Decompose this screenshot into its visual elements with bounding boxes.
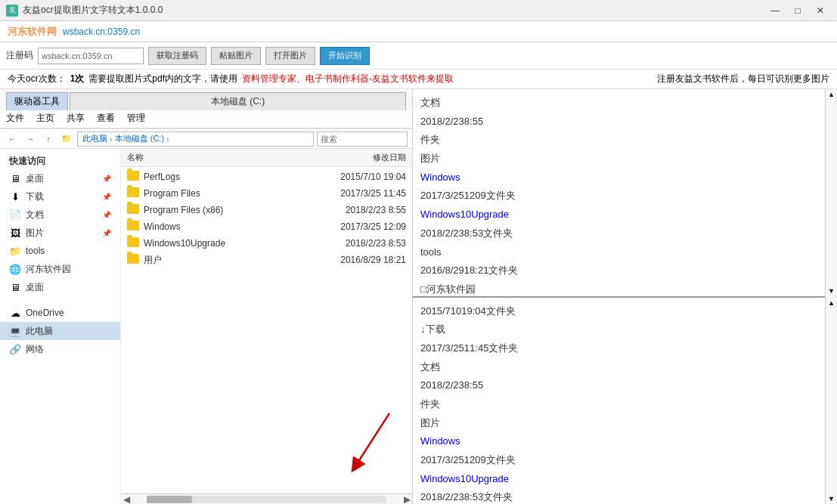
nav-back-button[interactable]: ← xyxy=(5,131,20,147)
get-regcode-button[interactable]: 获取注册码 xyxy=(148,47,206,65)
sidebar-item-tools[interactable]: 📁 tools xyxy=(0,242,120,260)
file-date: 2018/2/23 8:53 xyxy=(308,238,406,249)
toolbar: 注册码 获取注册码 粘贴图片 打开图片 开始识别 xyxy=(0,42,837,70)
scrollbar-track[interactable] xyxy=(147,496,386,503)
ocr-line: 2015/71019:04文件夹 xyxy=(420,302,822,321)
sidebar-label-tools: tools xyxy=(26,246,45,256)
ocr-count: 1次 xyxy=(70,73,85,85)
info-link[interactable]: 资料管理专家、电子书制作利器-友益文书软件来提取 xyxy=(242,73,454,85)
window-controls[interactable]: — □ ✕ xyxy=(764,3,831,18)
ad-bar: 河东软件网 wsback.cn:0359.cn xyxy=(0,21,837,42)
bottom-scrollbar[interactable]: ◀ ▶ xyxy=(121,493,412,504)
nav-forward-button[interactable]: → xyxy=(23,131,38,147)
sidebar-label-desktop1: 桌面 xyxy=(26,172,44,185)
ribbon: 驱动器工具 本地磁盘 (C:) 文件 主页 共享 查看 管理 xyxy=(0,89,412,129)
table-row[interactable]: Windows10Upgrade 2018/2/23 8:53 xyxy=(121,235,412,252)
file-date: 2017/3/25 12:09 xyxy=(308,221,406,232)
ribbon-tab-share[interactable]: 共享 xyxy=(60,110,91,128)
file-name: 用户 xyxy=(144,254,308,267)
ribbon-tab-file[interactable]: 文件 xyxy=(0,110,30,128)
paste-img-button[interactable]: 粘贴图片 xyxy=(211,47,261,65)
file-list: PerfLogs 2015/7/10 19:04 Program Files 2… xyxy=(121,167,412,493)
start-ocr-button[interactable]: 开始识别 xyxy=(320,47,370,65)
file-name: Program Files (x86) xyxy=(144,205,308,215)
scroll-right-button[interactable]: ▶ xyxy=(401,494,412,505)
ribbon-tab-manage[interactable]: 管理 xyxy=(121,110,151,128)
nav-folder-icon: 📁 xyxy=(59,131,74,147)
file-date: 2016/8/29 18:21 xyxy=(308,255,406,265)
sidebar-label-desktop2: 桌面 xyxy=(26,281,44,294)
file-header-date[interactable]: 修改日期 xyxy=(308,152,406,163)
path-drive[interactable]: 本地磁盘 (C:) xyxy=(115,133,164,144)
network-icon: 🔗 xyxy=(9,343,21,355)
titlebar: 友 友益ocr提取图片文字转文本1.0.0.0 — □ ✕ xyxy=(0,0,837,21)
ribbon-special-tab[interactable]: 驱动器工具 xyxy=(6,92,68,110)
table-row[interactable]: PerfLogs 2015/7/10 19:04 xyxy=(121,169,412,185)
ribbon-path-title: 本地磁盘 (C:) xyxy=(70,92,406,110)
ad-logo: 河东软件网 xyxy=(8,25,57,39)
nav-up-button[interactable]: ↑ xyxy=(41,131,56,147)
file-name: PerfLogs xyxy=(144,172,308,182)
sidebar-item-network[interactable]: 🔗 网络 xyxy=(0,340,120,358)
pin-icon-docs: 📌 xyxy=(102,211,111,219)
close-button[interactable]: ✕ xyxy=(810,3,831,18)
tools-icon: 📁 xyxy=(9,245,21,257)
file-date: 2017/3/25 11:45 xyxy=(308,188,406,199)
file-name: Program Files xyxy=(144,188,308,199)
info-right: 注册友益文书软件后，每日可识别更多图片 xyxy=(657,73,829,85)
scrollbar-thumb[interactable] xyxy=(147,496,192,503)
minimize-button[interactable]: — xyxy=(764,3,786,18)
ocr-line: 2018/2/238:55 xyxy=(420,113,822,131)
ocr-scroll-up-bottom[interactable]: ▲ xyxy=(826,298,838,308)
ocr-scroll-down-top[interactable]: ▼ xyxy=(826,286,838,296)
sidebar-item-docs[interactable]: 📄 文档 📌 xyxy=(0,206,120,224)
sidebar-item-download[interactable]: ⬇ 下载 📌 xyxy=(0,187,120,206)
path-thispc[interactable]: 此电脑 xyxy=(82,133,107,144)
open-img-button[interactable]: 打开图片 xyxy=(265,47,315,65)
sidebar-item-hedong[interactable]: 🌐 河东软件园 xyxy=(0,260,120,278)
ocr-line: 文档 xyxy=(420,358,822,377)
ad-site: wsback.cn:0359.cn xyxy=(63,26,140,37)
sidebar-item-onedrive[interactable]: ☁ OneDrive xyxy=(0,304,120,322)
sidebar-label-pictures: 图片 xyxy=(26,227,44,240)
file-name: Windows xyxy=(144,221,308,232)
folder-icon xyxy=(127,237,141,249)
sidebar-item-desktop1[interactable]: 🖥 桌面 📌 xyxy=(0,169,120,187)
sidebar-item-thispc[interactable]: 💻 此电脑 xyxy=(0,322,120,340)
table-row[interactable]: Windows 2017/3/25 12:09 xyxy=(121,218,412,235)
hedong-icon: 🌐 xyxy=(9,263,21,275)
ribbon-tab-home[interactable]: 主页 xyxy=(30,110,60,128)
explorer-body: 快速访问 🖥 桌面 📌 ⬇ 下载 📌 📄 文档 📌 xyxy=(0,149,412,504)
ocr-scroll-up-top[interactable]: ▲ xyxy=(826,89,838,100)
ocr-scroll-down-bottom[interactable]: ▼ xyxy=(826,493,838,504)
path-separator-1: › xyxy=(110,135,113,144)
maximize-button[interactable]: □ xyxy=(787,3,808,18)
search-input[interactable] xyxy=(317,131,408,147)
sidebar-item-desktop2[interactable]: 🖥 桌面 xyxy=(0,278,120,296)
table-row[interactable]: Program Files 2017/3/25 11:45 xyxy=(121,185,412,202)
sidebar-label-network: 网络 xyxy=(26,343,44,356)
app-title: 友益ocr提取图片文字转文本1.0.0.0 xyxy=(23,4,163,17)
info-text: 需要提取图片式pdf内的文字，请使用 xyxy=(88,73,237,85)
ocr-line: 2018/2/238:53文件夹 xyxy=(420,488,822,504)
ocr-line: 2018/2/238:53文件夹 xyxy=(420,224,822,243)
titlebar-left: 友 友益ocr提取图片文字转文本1.0.0.0 xyxy=(6,4,163,17)
ocr-line: Windows xyxy=(420,169,822,187)
ocr-line: 2017/3/2511:45文件夹 xyxy=(420,339,822,358)
table-row[interactable]: Program Files (x86) 2018/2/23 8:55 xyxy=(121,202,412,218)
ocr-line: 图片 xyxy=(420,150,822,169)
folder-icon xyxy=(127,187,141,199)
regcode-input[interactable] xyxy=(38,48,144,64)
folder-icon xyxy=(127,254,141,266)
sidebar: 快速访问 🖥 桌面 📌 ⬇ 下载 📌 📄 文档 📌 xyxy=(0,149,121,504)
file-header-name[interactable]: 名称 xyxy=(127,152,308,163)
onedrive-icon: ☁ xyxy=(9,307,21,319)
sidebar-item-pictures[interactable]: 🖼 图片 📌 xyxy=(0,224,120,242)
table-row[interactable]: 用户 2016/8/29 18:21 xyxy=(121,252,412,268)
ocr-line: 2018/2/238:55 xyxy=(420,376,822,395)
scroll-left-button[interactable]: ◀ xyxy=(121,494,132,505)
sidebar-label-thispc: 此电脑 xyxy=(26,325,53,338)
thispc-icon: 💻 xyxy=(9,325,21,337)
ribbon-tab-view[interactable]: 查看 xyxy=(91,110,121,128)
address-path[interactable]: 此电脑 › 本地磁盘 (C:) › xyxy=(77,131,314,147)
